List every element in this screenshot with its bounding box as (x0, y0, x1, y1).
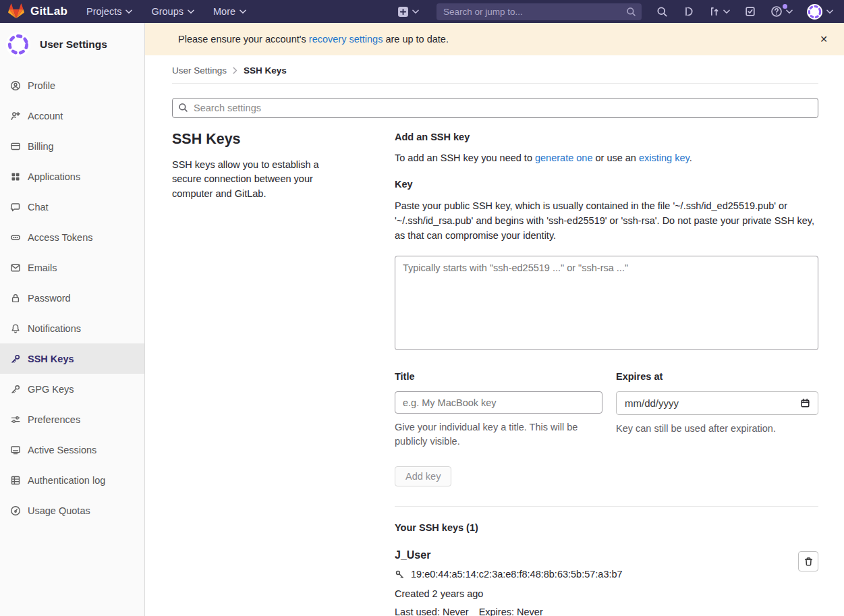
generate-one-link[interactable]: generate one (535, 152, 592, 163)
add-ssh-key-title: Add an SSH key (395, 132, 818, 142)
sidebar-item-ssh-keys[interactable]: SSH Keys (0, 343, 144, 374)
sidebar-item-emails[interactable]: Emails (0, 252, 144, 283)
help-icon (770, 5, 783, 18)
calendar-icon[interactable] (800, 398, 810, 408)
emails-icon (10, 262, 21, 273)
user-avatar (806, 3, 823, 20)
menu-groups[interactable]: Groups (151, 6, 194, 17)
delete-key-button[interactable] (798, 551, 818, 571)
close-icon: ✕ (820, 34, 828, 45)
issues-button[interactable] (683, 6, 694, 17)
sidebar-item-preferences[interactable]: Preferences (0, 404, 144, 435)
navbar-right-icons (656, 3, 833, 20)
sidebar-item-applications[interactable]: Applications (0, 161, 144, 192)
password-icon (10, 293, 21, 304)
add-ssh-key-intro: To add an SSH key you need to generate o… (395, 152, 818, 163)
billing-icon (10, 141, 21, 152)
title-field-label: Title (395, 371, 602, 382)
add-key-button[interactable]: Add key (395, 466, 451, 486)
merge-requests-button[interactable] (708, 6, 730, 17)
menu-groups-label: Groups (151, 6, 184, 17)
chevron-down-icon (412, 9, 419, 14)
sidebar-item-chat[interactable]: Chat (0, 192, 144, 222)
sidebar-item-label: Account (28, 111, 63, 121)
section-description-column: SSH Keys SSH keys allow you to establish… (172, 130, 395, 616)
existing-key-link[interactable]: existing key (639, 152, 690, 163)
intro-text: or use an (592, 152, 639, 163)
key-field-label: Key (395, 179, 818, 190)
alert-close-button[interactable]: ✕ (814, 31, 833, 47)
sidebar-item-account[interactable]: Account (0, 101, 144, 131)
chevron-down-icon (723, 9, 730, 14)
menu-projects[interactable]: Projects (86, 6, 132, 17)
ssh-key-last-used: Last used: Never (395, 607, 469, 616)
sidebar-item-label: Notifications (28, 323, 81, 334)
settings-columns: SSH Keys SSH keys allow you to establish… (172, 130, 818, 616)
alert-text-after: are up to date. (383, 34, 449, 45)
ssh-key-expires: Expires: Never (479, 607, 543, 616)
menu-more[interactable]: More (213, 6, 246, 17)
sidebar-item-label: SSH Keys (28, 354, 74, 364)
title-field-group: Title Give your individual key a title. … (395, 371, 602, 449)
expires-at-input[interactable]: mm/dd/yyyy (616, 391, 818, 415)
sidebar-item-label: Access Tokens (28, 232, 92, 243)
sidebar-item-label: Active Sessions (28, 445, 96, 455)
title-input[interactable] (395, 391, 602, 414)
sidebar-item-label: Emails (28, 262, 57, 273)
search-icon (656, 6, 668, 18)
sidebar-item-label: Profile (28, 80, 55, 91)
search-button[interactable] (656, 6, 668, 18)
sidebar-item-billing[interactable]: Billing (0, 131, 144, 161)
sidebar-item-label: Applications (28, 171, 80, 182)
sidebar-item-active-sessions[interactable]: Active Sessions (0, 435, 144, 465)
navbar-menus: Projects Groups More (86, 6, 246, 17)
todos-button[interactable] (745, 6, 756, 17)
sidebar-item-usage-quotas[interactable]: Usage Quotas (0, 495, 144, 526)
tanuki-icon (8, 3, 24, 20)
sidebar-item-profile[interactable]: Profile (0, 70, 144, 101)
sidebar-item-gpg-keys[interactable]: GPG Keys (0, 374, 144, 404)
alert-text: Please ensure your account's recovery se… (178, 34, 449, 45)
chevron-down-icon (786, 9, 793, 14)
ssh-key-textarea[interactable] (395, 256, 818, 350)
ssh-key-list-item: J_User 19:e0:44:a5:14:c2:3a:e8:f8:48:8b:… (395, 549, 818, 616)
preferences-icon (10, 414, 21, 425)
profile-icon (10, 80, 21, 91)
sidebar-header: User Settings (0, 23, 144, 65)
chevron-down-icon (125, 9, 132, 14)
ssh-key-meta: Last used: Never Expires: Never (395, 607, 798, 616)
brand-name[interactable]: GitLab (30, 5, 67, 18)
notification-dot (783, 4, 787, 9)
section-divider (395, 506, 818, 507)
settings-search (172, 98, 818, 118)
applications-icon (10, 171, 21, 182)
ssh-keys-icon (10, 354, 21, 364)
sidebar-item-label: Preferences (28, 414, 80, 425)
breadcrumb-ssh-keys: SSH Keys (244, 65, 287, 76)
sidebar-item-notifications[interactable]: Notifications (0, 313, 144, 343)
settings-search-input[interactable] (172, 98, 818, 118)
breadcrumb-user-settings[interactable]: User Settings (172, 65, 227, 76)
user-menu-button[interactable] (806, 3, 833, 20)
gitlab-logo[interactable]: GitLab (8, 3, 67, 20)
trash-icon (804, 557, 814, 567)
sidebar-item-authentication-log[interactable]: Authentication log (0, 465, 144, 495)
date-placeholder: mm/dd/yyyy (625, 397, 679, 409)
new-menu-button[interactable] (397, 6, 419, 18)
ssh-key-created: Created 2 years ago (395, 588, 798, 599)
help-menu-button[interactable] (770, 5, 793, 18)
search-icon (178, 103, 188, 113)
expires-field-group: Expires at mm/dd/yyyy Key can still be u… (616, 371, 818, 449)
sidebar-item-password[interactable]: Password (0, 283, 144, 313)
sidebar-item-access-tokens[interactable]: Access Tokens (0, 222, 144, 252)
ssh-key-fingerprint-row: 19:e0:44:a5:14:c2:3a:e8:f8:48:8b:63:5b:5… (395, 569, 798, 580)
global-search-input[interactable] (437, 3, 642, 20)
chevron-down-icon (188, 9, 194, 14)
recovery-settings-link[interactable]: recovery settings (309, 34, 383, 45)
ssh-key-name: J_User (395, 549, 798, 561)
usage-quotas-icon (10, 505, 21, 516)
account-icon (10, 111, 21, 121)
merge-request-icon (708, 6, 720, 17)
chat-icon (10, 202, 21, 213)
notifications-icon (10, 323, 21, 334)
